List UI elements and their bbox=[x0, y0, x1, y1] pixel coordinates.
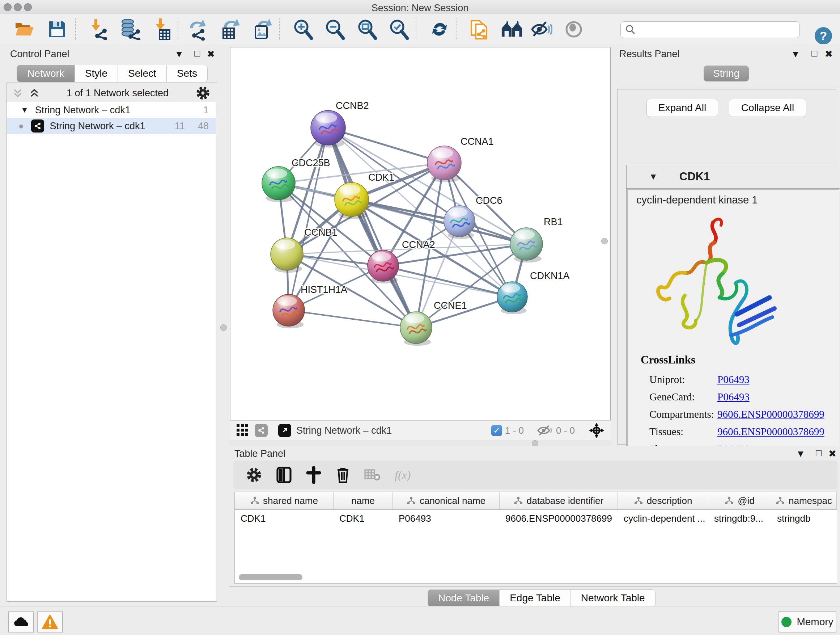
table-cell[interactable]: P06493 bbox=[393, 510, 500, 527]
network-collection-row[interactable]: ▼ String Network – cdk1 1 bbox=[7, 102, 216, 118]
table-cell[interactable]: cyclin-dependent ... bbox=[618, 510, 708, 527]
zoom-in-button[interactable] bbox=[292, 18, 315, 41]
network-node-CCNB1[interactable]: CCNB1 bbox=[271, 227, 338, 272]
import-network-from-database-button[interactable] bbox=[118, 18, 141, 41]
tab-string[interactable]: String bbox=[704, 65, 749, 81]
column-header-shared-name[interactable]: shared name bbox=[235, 492, 333, 509]
zoom-selected-button[interactable] bbox=[387, 18, 411, 41]
tab-style[interactable]: Style bbox=[75, 65, 118, 82]
network-edge[interactable] bbox=[383, 266, 512, 297]
collapse-all-button[interactable]: Collapse All bbox=[729, 99, 806, 117]
column-header-namespac[interactable]: namespac bbox=[771, 492, 837, 509]
results-panel-menu-icon[interactable]: ▼ bbox=[789, 49, 802, 60]
export-table-button[interactable] bbox=[219, 18, 242, 41]
column-header-@id[interactable]: @id bbox=[708, 492, 771, 509]
column-header-name[interactable]: name bbox=[333, 492, 393, 509]
network-edge[interactable] bbox=[289, 128, 328, 310]
network-edge[interactable] bbox=[328, 128, 416, 328]
export-network-button[interactable] bbox=[187, 18, 210, 41]
control-panel-menu-icon[interactable]: ▼ bbox=[173, 49, 185, 60]
show-all-button[interactable] bbox=[562, 18, 585, 41]
search-input[interactable] bbox=[636, 24, 795, 36]
table-cell[interactable]: stringdb:9... bbox=[708, 510, 771, 527]
network-share-icon[interactable] bbox=[255, 424, 268, 437]
right-splitter-handle[interactable] bbox=[601, 238, 608, 244]
tab-network-table[interactable]: Network Table bbox=[571, 589, 655, 607]
crosslink-row: Tissues:9606.ENSP00000378699 bbox=[649, 423, 834, 440]
network-node-HIST1H1A[interactable]: HIST1H1A bbox=[273, 284, 347, 328]
hidden-eye-icon[interactable] bbox=[537, 424, 553, 437]
first-neighbors-button[interactable] bbox=[500, 18, 523, 41]
tab-select[interactable]: Select bbox=[118, 65, 167, 82]
crosslink-link[interactable]: 9606.ENSP00000378699 bbox=[717, 409, 824, 420]
table-cell[interactable]: stringdb bbox=[771, 510, 837, 527]
network-edge[interactable] bbox=[328, 128, 444, 163]
expand-all-button[interactable]: Expand All bbox=[646, 99, 718, 117]
table-horizontal-scrollbar[interactable] bbox=[239, 574, 302, 580]
hide-selected-button[interactable] bbox=[530, 18, 553, 41]
network-node-CCNA1[interactable]: CCNA1 bbox=[427, 136, 494, 182]
crosslink-label: Uniprot: bbox=[649, 374, 717, 386]
crosslink-link[interactable]: P06493 bbox=[717, 391, 750, 403]
crosslink-link[interactable]: 9606.ENSP00000378699 bbox=[717, 426, 824, 438]
network-node-CCNB2[interactable]: CCNB2 bbox=[311, 100, 369, 148]
tab-node-table[interactable]: Node Table bbox=[428, 589, 500, 607]
network-row[interactable]: ● String Network – cdk1 11 48 bbox=[7, 118, 216, 134]
tab-network[interactable]: Network bbox=[17, 65, 75, 82]
network-graph[interactable]: CCNB2CCNA1CDC25BCDK1CDC6RB1CCNB1CCNA2CDK… bbox=[231, 48, 610, 420]
import-table-file-button[interactable] bbox=[150, 18, 173, 41]
save-session-button[interactable] bbox=[46, 18, 69, 41]
network-canvas[interactable]: CCNB2CCNA1CDC25BCDK1CDC6RB1CCNB1CCNA2CDK… bbox=[230, 47, 611, 420]
selected-checkbox-icon[interactable]: ✓ bbox=[491, 425, 502, 436]
crosslink-link[interactable]: P06493 bbox=[717, 374, 750, 386]
search-icon bbox=[625, 24, 636, 35]
import-network-file-button[interactable] bbox=[87, 18, 110, 41]
network-node-CDC25B[interactable]: CDC25B bbox=[262, 157, 330, 202]
column-header-label: database identifier bbox=[527, 495, 603, 507]
tab-sets[interactable]: Sets bbox=[167, 65, 208, 82]
table-row[interactable]: CDK1CDK1P064939606.ENSP00000378699cyclin… bbox=[235, 510, 837, 527]
control-panel-float-icon[interactable]: □ bbox=[191, 48, 203, 59]
tab-edge-table[interactable]: Edge Table bbox=[500, 589, 571, 607]
grid-view-icon[interactable] bbox=[236, 424, 249, 437]
clone-network-button[interactable] bbox=[468, 18, 491, 41]
table-panel-menu-icon[interactable]: ▼ bbox=[794, 448, 807, 459]
status-bar: Memory bbox=[0, 606, 840, 635]
results-panel-float-icon[interactable]: □ bbox=[808, 48, 821, 59]
column-header-canonical-name[interactable]: canonical name bbox=[393, 492, 500, 509]
network-options-gear-icon[interactable] bbox=[195, 86, 210, 101]
left-splitter-handle[interactable] bbox=[220, 325, 227, 331]
create-column-plus-icon[interactable] bbox=[306, 466, 322, 484]
expand-all-networks-icon[interactable] bbox=[12, 88, 23, 98]
birdseye-navigator-icon[interactable] bbox=[588, 422, 605, 439]
warnings-button[interactable] bbox=[37, 611, 63, 632]
network-node-CDKN1A[interactable]: CDKN1A bbox=[497, 271, 570, 314]
column-header-database-identifier[interactable]: database identifier bbox=[500, 492, 618, 509]
cloud-status-button[interactable] bbox=[8, 611, 34, 632]
memory-button[interactable]: Memory bbox=[778, 611, 836, 632]
open-in-window-icon[interactable] bbox=[278, 424, 291, 437]
control-panel-close-icon[interactable]: ✖ bbox=[205, 49, 217, 60]
table-cell[interactable]: CDK1 bbox=[235, 510, 333, 527]
delete-column-trash-icon[interactable] bbox=[335, 466, 351, 484]
help-button[interactable]: ? bbox=[815, 27, 832, 44]
collapse-all-networks-icon[interactable] bbox=[29, 88, 40, 98]
table-cell[interactable]: 9606.ENSP00000378699 bbox=[500, 510, 618, 527]
zoom-out-button[interactable] bbox=[324, 18, 347, 41]
network-edge[interactable] bbox=[289, 310, 416, 328]
table-panel-float-icon[interactable]: □ bbox=[813, 448, 825, 459]
section-disclosure-icon[interactable]: ▼ bbox=[649, 172, 658, 182]
zoom-fit-button[interactable] bbox=[355, 18, 379, 41]
results-panel-close-icon[interactable]: ✖ bbox=[823, 49, 835, 60]
refresh-view-button[interactable] bbox=[428, 18, 451, 41]
show-columns-icon[interactable] bbox=[276, 466, 292, 484]
collection-disclosure-icon[interactable]: ▼ bbox=[21, 105, 28, 115]
open-session-button[interactable] bbox=[13, 18, 36, 41]
gene-section-header[interactable]: ▼ CDK1 bbox=[627, 165, 840, 188]
network-node-RB1[interactable]: RB1 bbox=[510, 217, 563, 263]
export-image-button[interactable] bbox=[251, 18, 275, 41]
column-header-description[interactable]: description bbox=[618, 492, 708, 509]
table-cell[interactable]: CDK1 bbox=[333, 510, 393, 527]
table-options-gear-icon[interactable] bbox=[246, 467, 262, 483]
table-panel-close-icon[interactable]: ✖ bbox=[826, 448, 838, 459]
